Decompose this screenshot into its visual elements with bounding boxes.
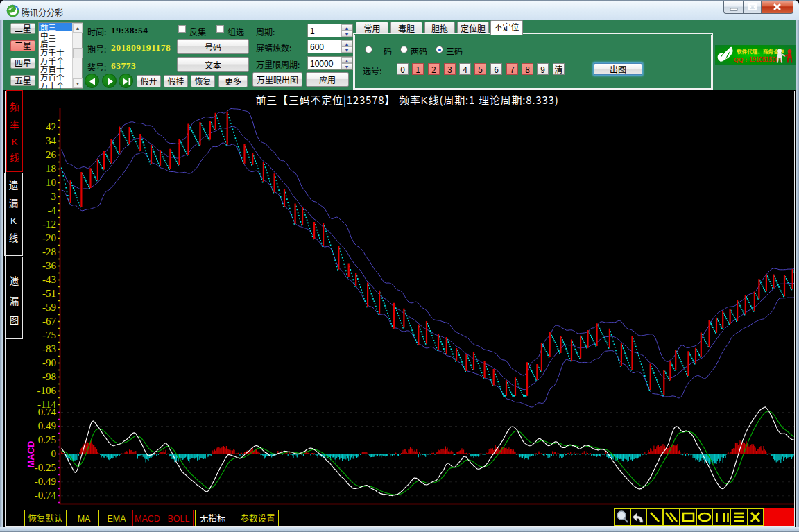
svg-text:-20: -20 xyxy=(42,232,56,243)
svg-text:-98: -98 xyxy=(42,371,56,382)
svg-text:-36: -36 xyxy=(42,260,56,271)
svg-text:-43: -43 xyxy=(42,274,56,285)
svg-text:-106: -106 xyxy=(37,385,57,396)
svg-text:-0.74: -0.74 xyxy=(35,490,57,501)
svg-text:3: 3 xyxy=(51,191,57,202)
svg-text:-90: -90 xyxy=(42,357,56,368)
svg-text:-28: -28 xyxy=(42,246,56,257)
svg-text:-4: -4 xyxy=(48,205,57,216)
svg-text:10: 10 xyxy=(46,177,56,188)
svg-text:-67: -67 xyxy=(42,316,56,327)
svg-text:-12: -12 xyxy=(42,218,56,230)
svg-text:42: 42 xyxy=(46,121,56,132)
svg-text:0: 0 xyxy=(51,448,57,459)
svg-text:MACD: MACD xyxy=(26,441,36,468)
svg-text:-0.49: -0.49 xyxy=(35,476,56,487)
svg-text:34: 34 xyxy=(46,135,57,146)
svg-text:前三【三码不定位|123578】 频率K线(周期:1 理论周: 前三【三码不定位|123578】 频率K线(周期:1 理论周期:8.333) xyxy=(255,92,558,107)
svg-text:0.74: 0.74 xyxy=(38,406,57,418)
svg-text:26: 26 xyxy=(46,149,57,160)
svg-text:18: 18 xyxy=(46,163,56,174)
svg-text:-0.25: -0.25 xyxy=(35,462,56,473)
svg-text:0.25: 0.25 xyxy=(38,434,56,445)
svg-text:0.49: 0.49 xyxy=(38,420,56,431)
svg-text:-59: -59 xyxy=(42,302,56,313)
svg-text:-83: -83 xyxy=(42,343,56,354)
svg-text:-51: -51 xyxy=(42,288,56,299)
svg-text:-75: -75 xyxy=(42,329,56,341)
